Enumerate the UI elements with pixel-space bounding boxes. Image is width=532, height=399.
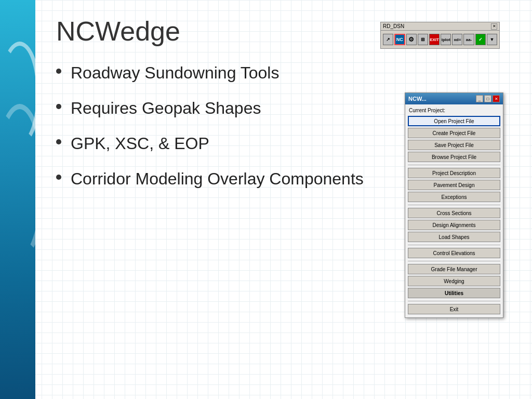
sidebar <box>0 0 35 399</box>
bullet-dot <box>56 139 61 144</box>
pavement-design-button[interactable]: Pavement Design <box>408 180 500 190</box>
toolbar-icon-iplot[interactable]: iplot <box>441 34 451 45</box>
toolbar-icon-grid[interactable]: ⊞ <box>418 34 428 45</box>
check-icon: ✓ <box>478 37 483 42</box>
toolbar-close-icon: ✕ <box>493 24 496 29</box>
grid-icon: ⊞ <box>421 37 425 42</box>
xd-icon: xd= <box>454 37 461 42</box>
toolbar-icon-check[interactable]: ✓ <box>475 34 486 45</box>
create-project-button[interactable]: Create Project File <box>408 128 500 138</box>
separator-3 <box>408 245 500 245</box>
wedging-button[interactable]: Wedging <box>408 276 500 286</box>
bullet-dot <box>56 69 61 74</box>
save-project-button[interactable]: Save Project File <box>408 140 500 150</box>
grade-file-manager-button[interactable]: Grade File Manager <box>408 264 500 274</box>
toolbar-icon-arrow[interactable]: ↗ <box>383 34 393 45</box>
toolbar-title: RD_DSN <box>383 23 404 29</box>
toolbar-icon-xd[interactable]: xd= <box>452 34 462 45</box>
toolbar-close-button[interactable]: ✕ <box>491 23 497 30</box>
bullet-text: GPK, XSC, & EOP <box>71 133 209 154</box>
browse-project-button[interactable]: Browse Project File <box>408 152 500 162</box>
cross-sections-button[interactable]: Cross Sections <box>408 208 500 218</box>
design-alignments-button[interactable]: Design Alignments <box>408 220 500 230</box>
list-item: Roadway Sundowning Tools <box>56 62 522 83</box>
exit-icon: EXIT <box>430 37 439 42</box>
dialog-minimize-button[interactable]: _ <box>476 95 483 102</box>
dialog-titlebar: NCW... _ □ ✕ <box>405 93 503 104</box>
toolbar-icon-nc[interactable]: NC <box>394 34 405 45</box>
ncwedge-dialog: NCW... _ □ ✕ Current Project: Open Proje… <box>405 92 503 318</box>
toolbar-icon-gear[interactable]: ⚙ <box>406 34 417 45</box>
utilities-button[interactable]: Utilities <box>408 288 500 298</box>
control-elevations-button[interactable]: Control Elevations <box>408 248 500 258</box>
minimize-icon: _ <box>478 97 481 101</box>
bullet-text: Roadway Sundowning Tools <box>71 62 279 83</box>
nc-icon: NC <box>396 37 403 42</box>
toolbar-window: RD_DSN ✕ ↗ NC ⚙ ⊞ EXIT iplot xd= aa- ✓ <box>380 22 500 49</box>
chevron-down-icon: ▼ <box>489 37 494 42</box>
dialog-close-button[interactable]: ✕ <box>493 95 500 102</box>
load-shapes-button[interactable]: Load Shapes <box>408 232 500 242</box>
bullet-dot <box>56 104 61 109</box>
bullet-text: Requires Geopak Shapes <box>71 98 261 118</box>
dialog-title-controls: _ □ ✕ <box>476 95 500 102</box>
toolbar-body: ↗ NC ⚙ ⊞ EXIT iplot xd= aa- ✓ ▼ <box>380 30 500 49</box>
iplot-icon: iplot <box>442 37 450 42</box>
project-description-button[interactable]: Project Description <box>408 168 500 178</box>
open-project-button[interactable]: Open Project File <box>408 116 500 126</box>
close-icon: ✕ <box>495 97 498 101</box>
exit-button[interactable]: Exit <box>408 304 500 314</box>
bullet-text: Corridor Modeling Overlay Components <box>71 168 364 189</box>
sidebar-arc-decoration-2 <box>0 104 35 260</box>
gear-icon: ⚙ <box>408 36 414 43</box>
dialog-body: Current Project: Open Project File Creat… <box>405 104 503 317</box>
separator-1 <box>408 165 500 165</box>
bullet-dot <box>56 175 61 180</box>
toolbar-titlebar: RD_DSN ✕ <box>380 22 500 30</box>
separator-2 <box>408 205 500 205</box>
dialog-title: NCW... <box>408 96 427 102</box>
toolbar-icon-dropdown[interactable]: ▼ <box>487 34 497 45</box>
dialog-maximize-button[interactable]: □ <box>484 95 491 102</box>
arrow-icon: ↗ <box>386 37 390 42</box>
toolbar-icon-exit[interactable]: EXIT <box>429 34 440 45</box>
aa-icon: aa- <box>466 37 472 42</box>
maximize-icon: □ <box>487 97 489 101</box>
current-project-label: Current Project: <box>408 108 500 113</box>
separator-4 <box>408 261 500 261</box>
toolbar-icon-aa[interactable]: aa- <box>463 34 474 45</box>
separator-5 <box>408 301 500 301</box>
exceptions-button[interactable]: Exceptions <box>408 192 500 202</box>
